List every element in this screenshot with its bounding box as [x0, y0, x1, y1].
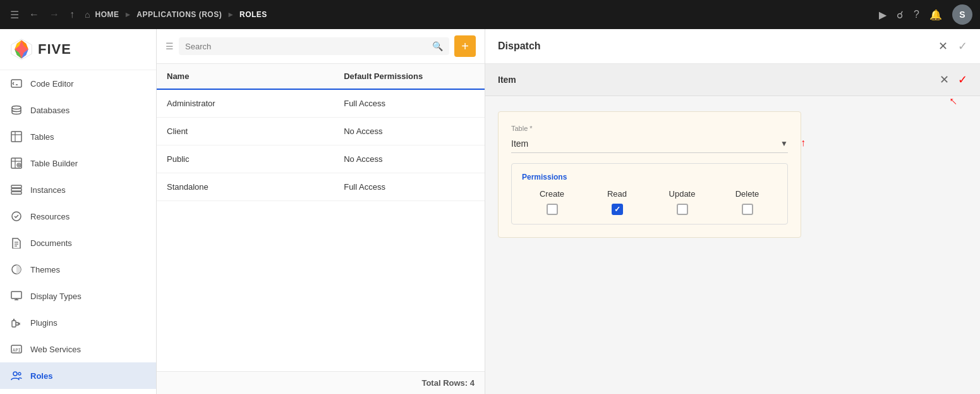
perm-create-label: Create: [540, 189, 564, 199]
red-arrow-annotation: ↑: [945, 94, 960, 108]
sidebar-item-instances[interactable]: Instances: [0, 176, 156, 203]
sidebar-item-documents[interactable]: Documents: [0, 230, 156, 256]
table-header: Name Default Permissions: [157, 64, 485, 90]
checkbox-checkmark: ✓: [614, 205, 620, 214]
perm-delete-checkbox[interactable]: [742, 204, 753, 215]
table-row[interactable]: Client No Access: [157, 118, 485, 145]
sidebar-label-table-builder: Table Builder: [30, 159, 78, 168]
display-types-icon: [10, 290, 23, 302]
row-permissions: Full Access: [334, 90, 485, 117]
item-actions: ✕ ✓: [937, 71, 967, 88]
col-permissions: Default Permissions: [334, 64, 485, 89]
sidebar-item-tools[interactable]: Tools: [0, 389, 156, 394]
table-select[interactable]: Item ▼: [511, 135, 788, 153]
search-icon: 🔍: [432, 41, 443, 51]
row-name: Public: [157, 145, 334, 173]
svg-line-7: [13, 82, 14, 83]
sidebar-item-roles[interactable]: Roles: [0, 362, 156, 389]
themes-icon: [10, 263, 23, 276]
right-panel: Dispatch ✕ ✓ Item ✕ ✓ Table *: [485, 29, 980, 394]
sidebar-label-display-types: Display Types: [30, 292, 82, 301]
bell-icon[interactable]: 🔔: [929, 9, 942, 21]
dispatch-check-icon[interactable]: ✓: [958, 39, 967, 53]
search-circle-icon[interactable]: ☌: [897, 9, 904, 21]
back-icon[interactable]: ←: [27, 6, 42, 23]
perm-delete-label: Delete: [735, 189, 759, 199]
permissions-label: Permissions: [522, 173, 777, 182]
perm-read-label: Read: [607, 189, 627, 199]
menu-icon[interactable]: ☰: [8, 6, 21, 23]
play-icon[interactable]: ▶: [879, 9, 886, 21]
breadcrumb: ⌂ HOME ► APPLICATIONS (ROS) ► ROLES: [82, 7, 267, 22]
svg-point-10: [12, 106, 21, 109]
dispatch-title: Dispatch: [498, 40, 541, 52]
form-card: Table * Item ▼ ↑ Permissions: [498, 111, 801, 238]
col-name: Name: [157, 64, 334, 89]
svg-rect-28: [11, 292, 21, 299]
svg-text:API: API: [13, 348, 21, 353]
sidebar-item-code-editor[interactable]: Code Editor: [0, 70, 156, 97]
perm-create-checkbox[interactable]: [547, 204, 558, 215]
roles-icon: [10, 369, 23, 382]
svg-rect-20: [11, 185, 21, 188]
documents-icon: [10, 237, 23, 249]
sidebar-item-tables[interactable]: Tables: [0, 123, 156, 150]
sidebar-logo: FIVE: [0, 29, 156, 70]
add-button[interactable]: +: [454, 35, 476, 57]
table-body: Administrator Full Access Client No Acce…: [157, 90, 485, 371]
databases-icon: [10, 104, 23, 116]
sidebar-label-plugins: Plugins: [30, 318, 57, 328]
perm-delete: Delete: [717, 189, 777, 215]
sidebar-item-databases[interactable]: Databases: [0, 97, 156, 123]
table-builder-icon: [10, 157, 23, 169]
breadcrumb-roles[interactable]: ROLES: [239, 10, 267, 19]
sidebar-item-resources[interactable]: Resources: [0, 203, 156, 230]
sidebar-label-instances: Instances: [30, 185, 66, 195]
svg-rect-32: [13, 319, 15, 321]
topbar: ☰ ← → ↑ ⌂ HOME ► APPLICATIONS (ROS) ► RO…: [0, 0, 980, 29]
item-check-icon[interactable]: ✓: [958, 73, 967, 87]
sidebar-item-display-types[interactable]: Display Types: [0, 283, 156, 309]
sidebar-item-plugins[interactable]: Plugins: [0, 309, 156, 336]
sidebar: FIVE Code Editor Databases Tables Tabl: [0, 29, 157, 394]
table-row[interactable]: Administrator Full Access: [157, 90, 485, 118]
sidebar-label-resources: Resources: [30, 212, 70, 221]
perm-read: Read ✓: [587, 189, 647, 215]
help-icon[interactable]: ?: [914, 9, 919, 20]
dispatch-close-icon[interactable]: ✕: [936, 38, 950, 54]
item-close-icon[interactable]: ✕: [937, 71, 952, 88]
chevron-down-icon: ▼: [780, 139, 788, 148]
perm-read-checkbox[interactable]: ✓: [612, 204, 623, 215]
row-permissions: No Access: [334, 145, 485, 173]
sidebar-item-table-builder[interactable]: Table Builder: [0, 150, 156, 176]
table-row[interactable]: Standalone Full Access: [157, 173, 485, 201]
permissions-grid: Create Read ✓ Update: [522, 189, 777, 215]
svg-marker-1: [15, 40, 28, 59]
avatar[interactable]: S: [952, 4, 972, 25]
perm-create: Create: [522, 189, 582, 215]
row-name: Client: [157, 118, 334, 145]
red-arrow-table: ↑: [801, 137, 806, 149]
forward-icon[interactable]: →: [47, 6, 62, 23]
svg-rect-22: [11, 192, 21, 194]
breadcrumb-home[interactable]: HOME: [95, 10, 119, 19]
filter-icon[interactable]: ☰: [166, 41, 174, 51]
table-row[interactable]: Public No Access: [157, 145, 485, 173]
list-panel: ☰ 🔍 + Name Default Permissions Administr…: [157, 29, 485, 394]
row-permissions: Full Access: [334, 173, 485, 200]
logo-text: FIVE: [38, 41, 71, 58]
topbar-right: ▶ ☌ ? 🔔 S: [879, 4, 972, 25]
item-title: Item: [498, 75, 516, 85]
form-area: Table * Item ▼ ↑ Permissions: [485, 96, 980, 394]
table-label: Table *: [511, 125, 788, 132]
sidebar-label-documents: Documents: [30, 238, 72, 248]
five-logo-icon: [10, 38, 33, 61]
up-icon[interactable]: ↑: [67, 6, 77, 23]
instances-icon: [10, 183, 23, 196]
svg-rect-21: [11, 188, 21, 191]
sidebar-item-themes[interactable]: Themes: [0, 256, 156, 283]
breadcrumb-applications[interactable]: APPLICATIONS (ROS): [136, 10, 222, 19]
sidebar-item-web-services[interactable]: API Web Services: [0, 336, 156, 362]
search-input[interactable]: [185, 42, 428, 51]
perm-update-checkbox[interactable]: [677, 204, 688, 215]
